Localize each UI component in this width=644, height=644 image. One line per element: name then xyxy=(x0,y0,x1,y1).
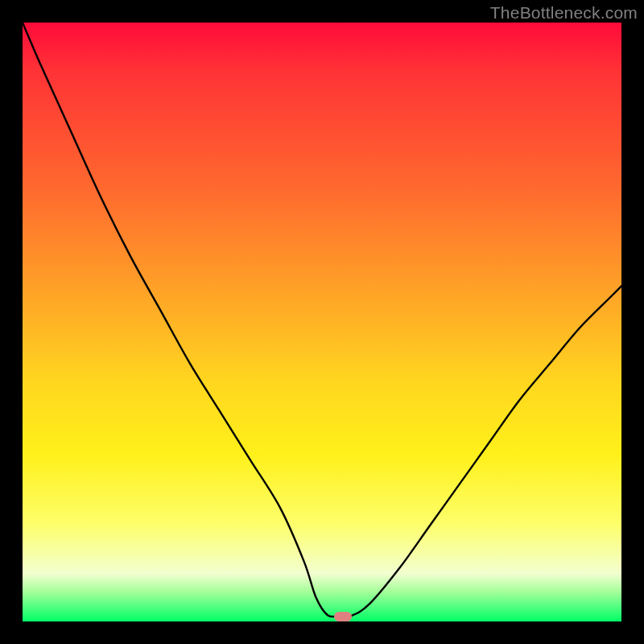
plot-area xyxy=(23,23,621,621)
bottleneck-curve xyxy=(23,23,621,621)
optimum-marker xyxy=(334,612,352,621)
watermark-text: TheBottleneck.com xyxy=(490,3,638,23)
curve-path xyxy=(23,23,621,617)
chart-frame: TheBottleneck.com xyxy=(0,0,644,644)
